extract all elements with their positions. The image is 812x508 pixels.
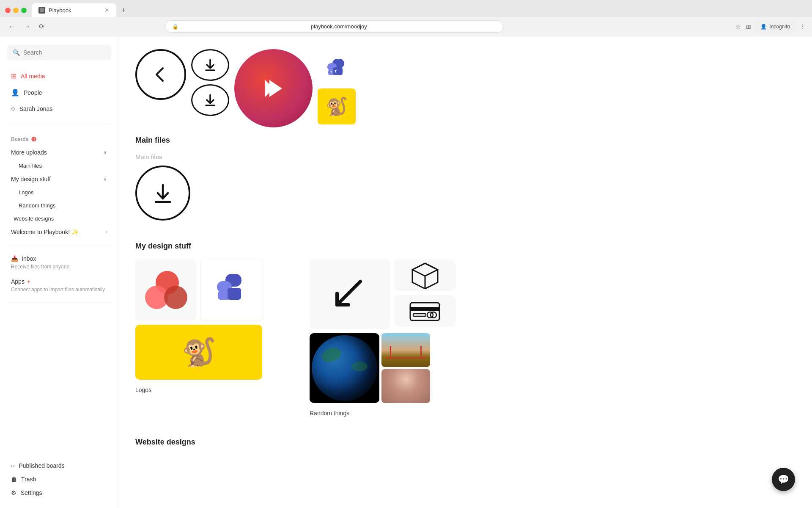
back-arrow-icon[interactable] [135, 49, 186, 100]
apps-title[interactable]: Apps + [11, 278, 107, 285]
divider-1 [7, 123, 111, 123]
portrait-photo[interactable] [381, 369, 430, 403]
browser-chrome: Playbook ✕ + ← → ⟳ 🔒 playbook.com/moodjo… [0, 0, 812, 36]
random-things-label: Random things [310, 410, 521, 417]
svg-rect-17 [410, 307, 439, 311]
random-things-items [310, 259, 521, 403]
chevron-down-icon-2: ∨ [103, 176, 107, 182]
logos-items: 🐒 [135, 259, 271, 380]
inbox-icon: 📥 [11, 255, 18, 262]
divider-3 [7, 303, 111, 303]
sidebar-item-all-media[interactable]: ⊞ All media [7, 69, 111, 83]
add-app-button[interactable]: + [27, 278, 30, 285]
sidebar-item-people[interactable]: 👤 People [7, 85, 111, 100]
published-icon: ○ [11, 462, 14, 469]
main-content: T T 🐒 Main files Main files [118, 36, 812, 508]
random-things-folder: Random things [310, 259, 521, 417]
mailchimp-logo-large[interactable]: 🐒 [135, 325, 262, 380]
bridge-portrait-stack [381, 333, 430, 403]
svg-rect-0 [40, 8, 44, 12]
download-icon-large[interactable] [135, 166, 190, 221]
sidebar-item-logos[interactable]: Logos [7, 187, 111, 198]
add-board-button[interactable]: ⊕ [31, 135, 36, 143]
teams-logo-large[interactable] [201, 259, 262, 320]
sidebar-item-trash[interactable]: 🗑 Trash [7, 472, 111, 486]
close-button[interactable] [5, 8, 11, 13]
sidebar-bottom: ○ Published boards 🗑 Trash ⚙ Settings [7, 459, 111, 500]
design-grid: 🐒 Logos [135, 259, 795, 417]
menu-icon[interactable]: ⋮ [799, 23, 805, 30]
incognito-icon: 👤 [760, 24, 767, 30]
golden-gate-photo[interactable] [381, 333, 430, 367]
arrow-downleft-icon[interactable] [310, 259, 390, 329]
browser-tab[interactable]: Playbook ✕ [32, 3, 116, 17]
svg-text:T: T [335, 69, 337, 73]
bookmark-icon[interactable]: ☆ [735, 23, 741, 30]
download-icon-small-1[interactable] [191, 49, 229, 81]
minimize-button[interactable] [13, 8, 19, 13]
boards-section-label: Boards ⊕ [7, 130, 111, 145]
main-files-title: Main files [135, 136, 795, 145]
sidebar-item-main-files[interactable]: Main files [7, 160, 111, 171]
browser-actions: ☆ ⊞ 👤 Incognito ⋮ [735, 22, 805, 31]
sidebar: 🔍 ⊞ All media 👤 People ○ Sarah Jonas Boa… [0, 36, 118, 508]
chevron-right-icon: › [105, 229, 107, 235]
forward-button[interactable]: → [22, 21, 32, 32]
main-files-top-row: T T 🐒 [135, 49, 795, 127]
search-input[interactable] [23, 49, 105, 56]
people-icon: 👤 [11, 88, 19, 97]
inbox-subtitle: Receive files from anyone. [11, 264, 107, 270]
board-group-my-design-stuff[interactable]: My design stuff ∨ [7, 173, 111, 185]
play-button-circle[interactable] [234, 49, 313, 127]
inbox-title[interactable]: 📥 Inbox [11, 255, 107, 262]
radial-circles-icon[interactable] [135, 259, 197, 320]
chat-icon: 💬 [778, 474, 789, 485]
download-icon-small-2[interactable] [191, 84, 229, 116]
url-bar[interactable]: 🔒 playbook.com/moodjoy [165, 20, 503, 33]
website-designs-title: Website designs [135, 438, 195, 446]
credit-card-icon[interactable] [394, 295, 455, 327]
apps-subtitle: Connect apps to import files automatical… [11, 287, 107, 293]
sidebar-item-settings[interactable]: ⚙ Settings [7, 486, 111, 500]
sidebar-item-sarah-jonas[interactable]: ○ Sarah Jonas [7, 102, 111, 116]
chat-button[interactable]: 💬 [772, 468, 795, 491]
sidebar-item-website-designs[interactable]: Website designs [7, 213, 111, 224]
tab-close-button[interactable]: ✕ [104, 7, 110, 14]
tab-grid-icon[interactable]: ⊞ [746, 23, 751, 30]
tab-bar: Playbook ✕ + [0, 0, 812, 17]
circle-icon: ○ [11, 105, 15, 113]
back-button[interactable]: ← [7, 21, 17, 32]
box-3d-icon[interactable] [394, 259, 455, 291]
spacer-1 [135, 127, 795, 136]
search-icon: 🔍 [13, 49, 20, 56]
maximize-button[interactable] [21, 8, 27, 13]
incognito-badge: 👤 Incognito [756, 22, 794, 31]
trash-icon: 🗑 [11, 476, 17, 483]
box-card-stack [394, 259, 455, 329]
search-box[interactable]: 🔍 [7, 45, 111, 60]
logos-folder: 🐒 Logos [135, 259, 271, 417]
grid-icon: ⊞ [11, 72, 16, 80]
sidebar-item-published-boards[interactable]: ○ Published boards [7, 459, 111, 472]
board-group-more-uploads[interactable]: More uploads ∨ [7, 146, 111, 158]
new-tab-button[interactable]: + [118, 4, 129, 17]
main-files-board-section: T T 🐒 Main files Main files [135, 49, 795, 221]
logos-label: Logos [135, 387, 271, 393]
teams-icon[interactable]: T T [318, 49, 356, 85]
earth-photo[interactable] [310, 333, 379, 403]
sidebar-item-random-things[interactable]: Random things [7, 200, 111, 211]
svg-text:T: T [330, 71, 332, 75]
apps-section: Apps + Connect apps to import files auto… [7, 275, 111, 296]
svg-marker-14 [412, 263, 438, 276]
my-design-stuff-title: My design stuff [135, 242, 795, 251]
my-design-stuff-section: My design stuff [135, 242, 795, 417]
reload-button[interactable]: ⟳ [37, 21, 46, 32]
mailchimp-icon[interactable]: 🐒 [318, 88, 356, 124]
photos-composite [310, 333, 430, 403]
sidebar-item-welcome[interactable]: Welcome to Playbook! ✨ › [7, 226, 111, 238]
people-label: People [24, 89, 42, 96]
settings-icon: ⚙ [11, 489, 16, 496]
traffic-lights [5, 8, 27, 13]
chevron-down-icon: ∨ [103, 149, 107, 155]
divider-2 [7, 245, 111, 245]
